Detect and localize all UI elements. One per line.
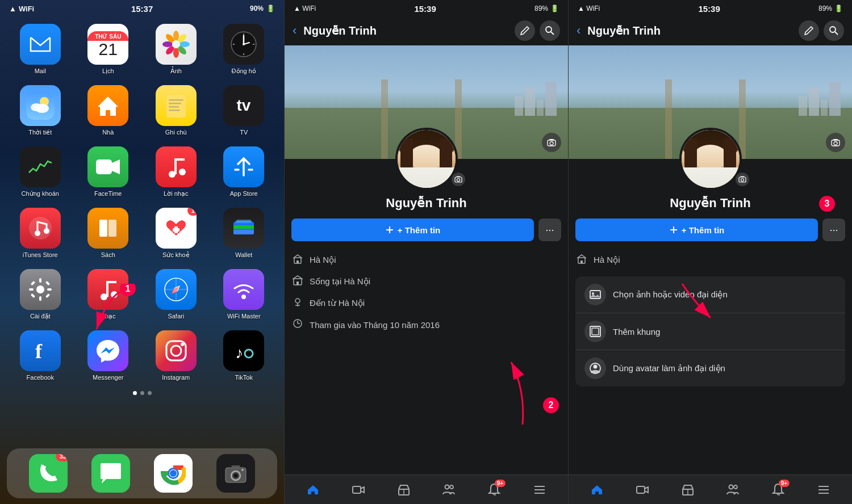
building-3: [537, 100, 544, 116]
tiktok-icon: ♪: [223, 330, 264, 371]
nav-marketplace-p3[interactable]: [674, 476, 701, 503]
app-grid: Mail THỨ SÁU 21 Lịch: [0, 16, 284, 387]
nav-marketplace-p2[interactable]: [390, 476, 417, 503]
svg-point-23: [35, 104, 49, 113]
dock-camera[interactable]: [216, 454, 255, 493]
books-icon: [87, 208, 128, 249]
status-bar-panel3: ▲ WiFi 15:39 89% 🔋: [569, 0, 852, 16]
app-itunes[interactable]: iTunes Store: [9, 208, 72, 259]
itunes-icon: [20, 208, 61, 249]
tiktok-label: TikTok: [235, 374, 253, 381]
add-info-button-p2[interactable]: + Thêm tin: [291, 219, 534, 241]
app-facebook[interactable]: f Facebook: [9, 330, 72, 381]
dock-messages[interactable]: [91, 454, 130, 493]
dock-phone[interactable]: 33: [29, 454, 68, 493]
nav-friends-p3[interactable]: [719, 476, 746, 503]
nav-menu-p3[interactable]: [810, 476, 837, 503]
svg-rect-31: [26, 153, 55, 181]
more-button-p3[interactable]: ···: [822, 219, 845, 241]
app-settings[interactable]: Cài đặt: [9, 269, 72, 320]
app-ringtones[interactable]: Lời nhạc: [145, 146, 207, 198]
nav-home-p2[interactable]: [299, 476, 327, 503]
svg-rect-101: [296, 282, 299, 285]
svg-point-8: [162, 41, 173, 47]
svg-text:f: f: [35, 340, 43, 363]
app-mail[interactable]: Mail: [9, 24, 72, 75]
app-music[interactable]: Nhạc: [77, 269, 140, 320]
clock-label: Đồng hồ: [232, 68, 256, 75]
svg-point-2: [173, 31, 179, 41]
page-dots: [0, 391, 284, 395]
facetime-label: FaceTime: [94, 190, 122, 197]
svg-point-88: [234, 474, 237, 477]
svg-point-4: [179, 41, 190, 47]
nav-menu-p2[interactable]: [526, 476, 553, 503]
calendar-day-of-week: THỨ SÁU: [87, 31, 128, 41]
weather-label: Thời tiết: [28, 129, 52, 136]
from-icon: [291, 297, 304, 309]
edit-button-p2[interactable]: [515, 20, 535, 41]
ios-home-screen: ▲ WiFi 15:37 90% 🔋 Mail THỨ SÁU 21 Lịch: [0, 0, 284, 504]
app-facetime[interactable]: FaceTime: [77, 146, 140, 198]
app-wifi-master[interactable]: WiFi Master: [213, 269, 275, 320]
app-calendar[interactable]: THỨ SÁU 21 Lịch: [77, 24, 140, 75]
stocks-label: Chứng khoán: [22, 190, 59, 198]
home-icon: [87, 85, 128, 126]
app-safari[interactable]: Safari: [145, 269, 207, 320]
appstore-label: App Store: [230, 190, 258, 197]
app-notes[interactable]: Ghi chú: [145, 85, 207, 136]
app-tv[interactable]: tv TV: [213, 85, 275, 136]
svg-rect-54: [29, 288, 34, 291]
time-p3: 15:39: [698, 4, 720, 14]
back-button-p2[interactable]: ‹: [293, 23, 296, 38]
svg-text:♪: ♪: [235, 344, 243, 362]
svg-rect-47: [233, 225, 254, 229]
add-info-button-p3[interactable]: + Thêm tin: [575, 219, 818, 241]
svg-point-61: [111, 291, 118, 298]
app-photos[interactable]: Ảnh: [145, 24, 207, 75]
svg-rect-37: [174, 158, 185, 161]
more-button-p2[interactable]: ···: [538, 219, 561, 241]
app-instagram[interactable]: Instagram: [145, 330, 207, 381]
battery-icon: 🔋: [266, 5, 275, 12]
app-stocks[interactable]: Chứng khoán: [9, 146, 72, 198]
app-clock[interactable]: Đồng hồ: [213, 24, 275, 75]
svg-marker-134: [645, 487, 648, 493]
dock-chrome[interactable]: [154, 454, 193, 493]
svg-rect-26: [169, 99, 183, 101]
app-messenger[interactable]: Messenger: [77, 330, 140, 381]
app-weather[interactable]: Thời tiết: [9, 85, 72, 136]
wallet-icon: [223, 208, 264, 249]
stocks-icon: [20, 146, 61, 187]
wifi-icon: WiFi: [19, 5, 34, 13]
app-home[interactable]: Nhà: [77, 85, 140, 136]
menu-item-use-avatar[interactable]: Dùng avatar làm ảnh đại diện: [575, 350, 845, 387]
time-display: 15:37: [131, 4, 153, 14]
itunes-label: iTunes Store: [23, 251, 58, 258]
nav-notifications-p3[interactable]: 9+: [765, 476, 792, 503]
app-tiktok[interactable]: ♪ TikTok: [213, 330, 275, 381]
joined-icon: [291, 318, 304, 331]
app-books[interactable]: Sách: [77, 208, 140, 259]
avatar-face-skin: [409, 145, 444, 171]
avatar-camera-btn-p2[interactable]: [450, 171, 466, 187]
nav-video-p2[interactable]: [345, 476, 372, 503]
mail-icon: [20, 24, 61, 65]
svg-rect-130: [592, 328, 599, 335]
nav-notifications-p2[interactable]: 9+: [481, 476, 508, 503]
app-wallet[interactable]: Wallet: [213, 208, 275, 259]
photos-label: Ảnh: [170, 68, 182, 75]
svg-point-51: [36, 285, 44, 293]
search-button-p3[interactable]: [824, 20, 844, 41]
search-button-p2[interactable]: [540, 20, 560, 41]
nav-video-p3[interactable]: [629, 476, 656, 503]
nav-home-p3[interactable]: [583, 476, 611, 503]
app-appstore[interactable]: App Store: [213, 146, 275, 198]
add-frame-text: Thêm khung: [613, 327, 660, 337]
app-health[interactable]: 1 Sức khoẻ: [145, 208, 207, 259]
back-button-p3[interactable]: ‹: [577, 23, 580, 38]
avatar-camera-btn-p3[interactable]: [734, 171, 750, 187]
svg-line-91: [551, 32, 554, 35]
nav-friends-p2[interactable]: [435, 476, 462, 503]
edit-button-p3[interactable]: [799, 20, 819, 41]
